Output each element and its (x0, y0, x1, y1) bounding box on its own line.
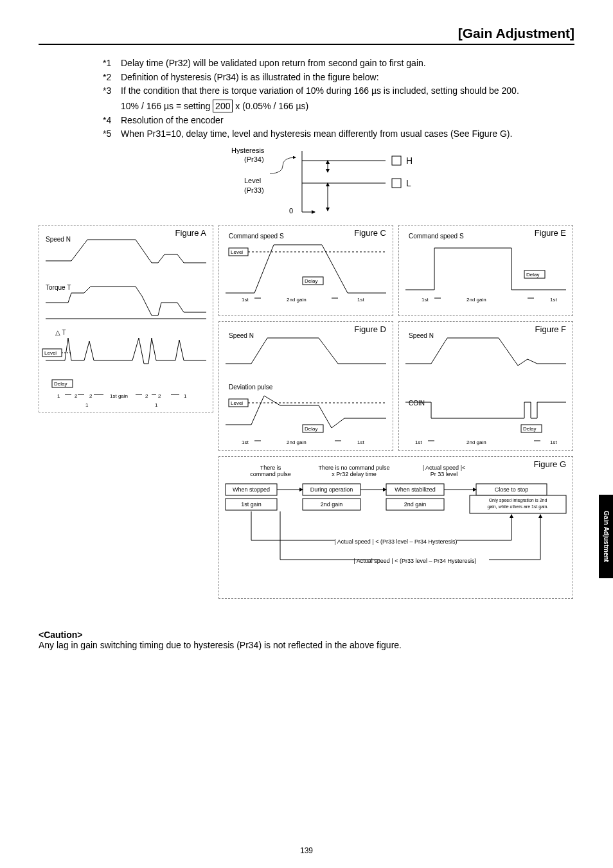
svg-text:1st: 1st (422, 297, 429, 303)
svg-text:2nd gain: 2nd gain (287, 297, 306, 303)
svg-text:2: 2 (145, 393, 148, 399)
note-text: If the condition that there is torque va… (121, 84, 568, 98)
svg-text:gain, while others are 1st gai: gain, while others are 1st gain. (488, 504, 549, 509)
svg-text:△ T: △ T (55, 329, 66, 336)
figure-e: Figure E Command speed S Delay 1st 2nd g… (398, 225, 573, 316)
figure-g-label: Figure G (532, 459, 567, 469)
svg-text:Delay: Delay (526, 272, 539, 278)
svg-text:1st gain: 1st gain (110, 393, 128, 399)
svg-text:command pulse: command pulse (250, 471, 291, 477)
svg-text:1st: 1st (357, 439, 364, 445)
svg-text:| Actual speed |<: | Actual speed |< (423, 465, 465, 471)
note-text: When Pr31=10, delay time, level and hyst… (121, 127, 568, 141)
figure-c: Figure C Command speed S Level Delay 1st… (218, 225, 393, 316)
figure-a: Figure A Speed N Torque T △ T Level Dela… (39, 225, 213, 412)
svg-text:| Actual speed | < (Pr33 level: | Actual speed | < (Pr33 level – Pr34 Hy… (353, 558, 476, 564)
figures-area: Figure A Speed N Torque T △ T Level Dela… (39, 225, 574, 617)
figure-e-label: Figure E (533, 228, 567, 238)
svg-text:2nd gain: 2nd gain (287, 439, 306, 445)
note-2: *2 Definition of hysteresis (Pr34) is as… (103, 71, 568, 85)
zero-label: 0 (289, 207, 293, 215)
svg-text:Command speed S: Command speed S (409, 233, 464, 240)
formula-post: x (0.05% / 166 µs) (233, 101, 308, 111)
svg-text:Delay: Delay (305, 278, 317, 284)
notes-block: *1 Delay time (Pr32) will be validated u… (103, 57, 568, 141)
note-3-formula: 10% / 166 µs = setting 200 x (0.05% / 16… (121, 100, 568, 114)
hysteresis-diagram: H L Hysteresis (Pr34) Level (Pr33) 0 (39, 148, 574, 218)
svg-text:There is: There is (260, 465, 281, 471)
svg-text:During operation: During operation (310, 486, 353, 493)
note-4: *4 Resolution of the encoder (103, 114, 568, 128)
formula-boxed-value: 200 (213, 100, 233, 112)
svg-text:Torque T: Torque T (46, 284, 71, 291)
caution-heading: <Caution> (39, 630, 574, 640)
note-num: *2 (103, 71, 121, 85)
svg-text:1: 1 (155, 402, 158, 408)
hysteresis-pr: (Pr34) (244, 155, 264, 163)
svg-text:1st gain: 1st gain (241, 501, 262, 508)
note-1: *1 Delay time (Pr32) will be validated u… (103, 57, 568, 71)
level-label: Level (244, 177, 261, 184)
svg-text:Command speed S: Command speed S (229, 233, 284, 240)
svg-text:Speed N: Speed N (229, 332, 254, 339)
svg-text:2: 2 (89, 393, 93, 399)
svg-text:1: 1 (57, 393, 60, 399)
svg-text:1: 1 (184, 393, 187, 399)
svg-text:Level: Level (231, 400, 243, 406)
note-text: Delay time (Pr32) will be validated upon… (121, 57, 568, 71)
svg-text:COIN: COIN (409, 400, 425, 407)
formula-pre: 10% / 166 µs = setting (121, 101, 213, 111)
svg-text:Delay: Delay (305, 426, 317, 432)
svg-text:2nd gain: 2nd gain (466, 439, 486, 445)
note-text: Resolution of the encoder (121, 114, 568, 128)
svg-text:Speed N: Speed N (46, 236, 71, 243)
l-label: L (406, 178, 411, 188)
svg-text:1st: 1st (242, 297, 249, 303)
svg-text:2: 2 (158, 393, 161, 399)
svg-text:Speed N: Speed N (409, 332, 434, 339)
figure-f-label: Figure F (534, 324, 567, 334)
svg-text:| Actual speed | < (Pr33 level: | Actual speed | < (Pr33 level – Pr34 Hy… (334, 538, 457, 545)
note-5: *5 When Pr31=10, delay time, level and h… (103, 127, 568, 141)
note-text: Definition of hysteresis (Pr34) is as il… (121, 71, 568, 85)
side-tab: Gain Adjustment (599, 495, 613, 578)
figure-g: Figure G There is command pulse There is… (218, 456, 573, 599)
note-num: *4 (103, 114, 121, 128)
note-num: *5 (103, 127, 121, 141)
svg-rect-5 (392, 179, 401, 188)
svg-text:When stopped: When stopped (233, 486, 270, 493)
figure-a-label: Figure A (174, 228, 208, 238)
svg-rect-3 (392, 156, 401, 165)
svg-text:1st: 1st (550, 439, 557, 445)
note-num: *1 (103, 57, 121, 71)
svg-text:Pr 33 level: Pr 33 level (431, 471, 458, 477)
svg-text:When stabilized: When stabilized (395, 486, 436, 493)
svg-text:Only speed integration is 2nd: Only speed integration is 2nd (489, 498, 547, 503)
caution-block: <Caution> Any lag in gain switching timi… (39, 630, 574, 650)
page-number: 139 (0, 846, 613, 855)
svg-text:2nd gain: 2nd gain (466, 297, 486, 303)
figure-d-label: Figure D (353, 324, 387, 334)
hysteresis-label: Hysteresis (231, 146, 264, 154)
svg-text:x Pr32 delay time: x Pr32 delay time (332, 471, 377, 477)
svg-text:Close to stop: Close to stop (495, 486, 529, 493)
svg-text:1st: 1st (550, 297, 557, 303)
caution-text: Any lag in gain switching timing due to … (39, 640, 574, 650)
h-label: H (406, 155, 413, 166)
svg-text:1st: 1st (415, 439, 422, 445)
svg-text:2nd gain: 2nd gain (321, 501, 343, 508)
svg-text:Delay: Delay (523, 426, 536, 432)
figure-d: Figure D Speed N Deviation pulse Level D… (218, 321, 393, 451)
svg-text:2: 2 (75, 393, 78, 399)
figure-c-label: Figure C (353, 228, 387, 238)
note-3: *3 If the condition that there is torque… (103, 84, 568, 98)
page-title-bar: [Gain Adjustment] (39, 26, 574, 45)
svg-text:There is no command pulse: There is no command pulse (318, 465, 389, 471)
note-num: *3 (103, 84, 121, 98)
svg-text:1: 1 (85, 402, 89, 408)
svg-text:2nd gain: 2nd gain (404, 501, 427, 508)
level-pr: (Pr33) (244, 186, 264, 194)
svg-text:Level: Level (44, 350, 57, 356)
figure-f: Figure F Speed N COIN Delay 1st 2nd gain… (398, 321, 573, 451)
svg-text:Deviation pulse: Deviation pulse (229, 384, 273, 391)
